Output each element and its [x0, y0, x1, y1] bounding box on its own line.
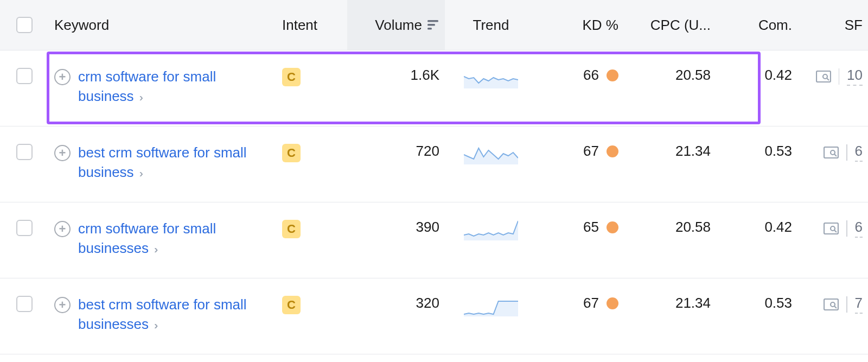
expand-icon[interactable]: +	[54, 145, 71, 161]
expand-icon[interactable]: +	[54, 221, 71, 237]
keyword-cell: +crm software for small business››	[49, 50, 277, 123]
table-row: +best crm software for small business››C…	[0, 126, 868, 202]
sf-cell: 10	[797, 50, 868, 102]
com-cell: 0.42	[716, 202, 797, 252]
keyword-link[interactable]: best crm software for small businesses	[78, 296, 247, 332]
cpc-cell: 20.58	[624, 202, 716, 252]
kd-cell: 67	[537, 126, 624, 176]
intent-badge[interactable]: C	[282, 68, 301, 86]
trend-cell	[445, 50, 537, 105]
trend-cell	[445, 278, 537, 333]
row-checkbox[interactable]	[16, 220, 33, 236]
keyword-link[interactable]: crm software for small business	[78, 68, 216, 104]
volume-cell: 720	[347, 126, 445, 176]
kd-cell: 67	[537, 278, 624, 328]
kd-cell: 65	[537, 202, 624, 252]
sf-cell: 6	[797, 202, 868, 254]
sf-count[interactable]: 7	[855, 295, 863, 314]
chevron-right-icon[interactable]: ››	[154, 243, 155, 256]
expand-icon[interactable]: +	[54, 69, 71, 85]
kd-value: 66	[583, 67, 599, 84]
com-value: 0.42	[764, 219, 792, 236]
divider	[846, 144, 847, 161]
header-com[interactable]: Com.	[716, 5, 797, 46]
table-row: +crm software for small business››C1.6K6…	[0, 50, 868, 126]
volume-cell: 1.6K	[347, 50, 445, 100]
chevron-right-icon[interactable]: ››	[139, 167, 140, 180]
sort-desc-icon	[427, 17, 439, 34]
sf-count[interactable]: 6	[855, 143, 863, 162]
com-value: 0.53	[764, 143, 792, 160]
header-kd[interactable]: KD %	[537, 5, 624, 46]
expand-icon[interactable]: +	[54, 297, 71, 313]
trend-cell	[445, 202, 537, 257]
intent-badge[interactable]: C	[282, 220, 301, 238]
volume-cell: 390	[347, 202, 445, 252]
keyword-link[interactable]: best crm software for small business	[78, 144, 247, 180]
select-all-checkbox[interactable]	[16, 17, 33, 33]
chevron-right-icon[interactable]: ››	[154, 319, 155, 332]
trend-sparkline	[464, 67, 518, 88]
row-checkbox-cell	[0, 202, 49, 252]
svg-line-14	[834, 306, 837, 308]
row-checkbox-cell	[0, 278, 49, 328]
row-checkbox[interactable]	[16, 296, 33, 312]
com-value: 0.53	[764, 295, 792, 312]
svg-rect-2	[427, 28, 432, 30]
serp-features-icon[interactable]	[824, 223, 839, 234]
header-intent[interactable]: Intent	[277, 5, 347, 46]
cpc-value: 20.58	[675, 67, 711, 84]
intent-cell: C	[277, 278, 347, 331]
intent-badge[interactable]: C	[282, 144, 301, 162]
trend-sparkline	[464, 143, 518, 164]
header-cpc[interactable]: CPC (U...	[624, 5, 716, 46]
intent-badge[interactable]: C	[282, 296, 301, 314]
header-volume-label: Volume	[375, 17, 422, 34]
com-cell: 0.42	[716, 50, 797, 100]
divider	[846, 296, 847, 313]
com-cell: 0.53	[716, 126, 797, 176]
trend-sparkline	[464, 219, 518, 240]
keyword-link[interactable]: crm software for small businesses	[78, 220, 216, 256]
svg-point-13	[831, 302, 835, 307]
svg-rect-0	[427, 20, 438, 22]
serp-features-icon[interactable]	[824, 147, 839, 158]
table-row: +crm software for small businesses››C390…	[0, 202, 868, 278]
intent-cell: C	[277, 202, 347, 255]
svg-line-8	[834, 154, 837, 156]
chevron-right-icon[interactable]: ››	[139, 91, 140, 104]
header-trend[interactable]: Trend	[445, 5, 537, 46]
row-checkbox[interactable]	[16, 144, 33, 160]
svg-point-10	[831, 226, 835, 231]
kd-value: 67	[583, 295, 599, 312]
svg-point-7	[831, 150, 835, 155]
kd-value: 65	[583, 219, 599, 236]
kd-difficulty-dot-icon	[607, 297, 618, 309]
sf-count[interactable]: 6	[855, 219, 863, 238]
com-cell: 0.53	[716, 278, 797, 328]
com-value: 0.42	[764, 67, 792, 84]
table-body: +crm software for small business››C1.6K6…	[0, 50, 868, 354]
serp-features-icon[interactable]	[824, 299, 839, 310]
row-checkbox-cell	[0, 50, 49, 100]
sf-cell: 7	[797, 278, 868, 330]
trend-cell	[445, 126, 537, 181]
header-volume[interactable]: Volume	[347, 0, 445, 50]
table-header: Keyword Intent Volume Trend KD % CPC (U.…	[0, 0, 868, 50]
sf-count[interactable]: 10	[847, 67, 863, 86]
header-sf[interactable]: SF	[797, 5, 868, 46]
keyword-cell: +best crm software for small business››	[49, 126, 277, 199]
intent-cell: C	[277, 50, 347, 103]
kd-difficulty-dot-icon	[607, 69, 618, 81]
cpc-cell: 21.34	[624, 126, 716, 176]
row-checkbox[interactable]	[16, 68, 33, 84]
header-keyword[interactable]: Keyword	[49, 5, 277, 46]
serp-features-icon[interactable]	[816, 71, 831, 82]
keyword-cell: +crm software for small businesses››	[49, 202, 277, 275]
cpc-value: 21.34	[675, 143, 711, 160]
volume-cell: 320	[347, 278, 445, 328]
volume-value: 720	[416, 143, 439, 160]
divider	[846, 220, 847, 237]
kd-value: 67	[583, 143, 599, 160]
volume-value: 1.6K	[411, 67, 440, 84]
